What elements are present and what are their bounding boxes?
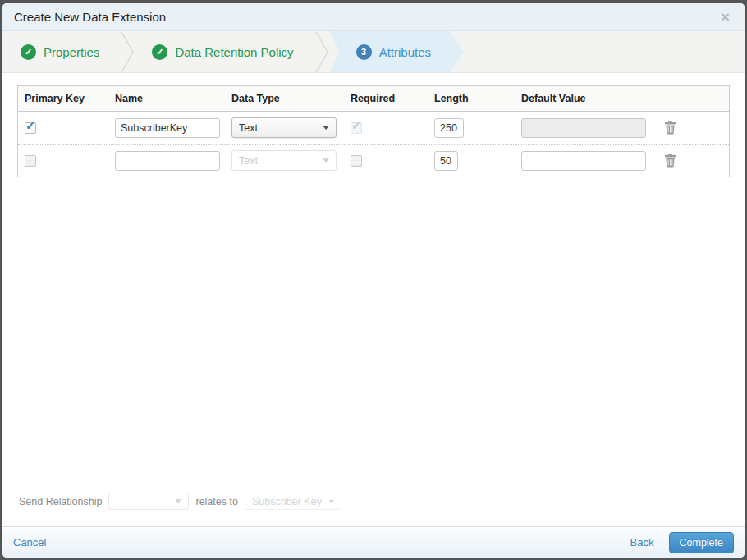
required-checkbox: ✓ [351,122,362,134]
check-icon: ✓ [351,118,362,133]
data-type-value: Text [239,155,258,167]
step-label: Properties [44,45,99,59]
data-type-select[interactable]: Text [231,117,337,138]
send-relationship-field-select [108,493,189,510]
attributes-table: Primary Key Name Data Type Required Leng… [17,85,730,177]
primary-key-checkbox[interactable] [25,155,36,167]
column-header-length: Length [428,86,515,111]
dialog-content: Primary Key Name Data Type Required Leng… [2,73,745,526]
column-header-actions [653,92,729,105]
table-row: ✓ Text ✓ [18,112,729,144]
step-separator-chevron [315,31,328,72]
step-attributes[interactable]: 3 Attributes [330,31,464,72]
dialog-footer: Cancel Back Complete [2,526,745,558]
length-input[interactable] [434,151,458,171]
column-header-required: Required [344,86,428,111]
wizard-step-bar: ✓ Properties ✓ Data Retention Policy 3 A… [2,31,745,73]
column-header-name: Name [108,86,225,111]
subscriber-key-select: Subscriber Key [245,493,341,510]
name-input[interactable] [115,151,220,171]
trash-icon[interactable] [664,154,676,168]
required-checkbox[interactable] [351,155,362,167]
caret-down-icon [323,158,329,163]
step-number-badge: 3 [356,44,372,60]
trash-icon[interactable] [664,121,676,135]
step-data-retention-policy[interactable]: ✓ Data Retention Policy [134,31,314,72]
caret-down-icon [329,500,334,503]
check-icon: ✓ [25,118,36,133]
table-header-row: Primary Key Name Data Type Required Leng… [18,86,729,112]
back-link[interactable]: Back [630,536,654,549]
dialog-title: Create New Data Extension [14,10,166,24]
dialog-titlebar: Create New Data Extension × [2,3,745,31]
data-type-value: Text [239,122,258,134]
step-label: Data Retention Policy [175,45,293,59]
caret-down-icon [175,499,181,503]
column-header-primary-key: Primary Key [18,86,108,111]
send-relationship-label: Send Relationship [19,496,102,507]
name-input[interactable] [115,118,220,138]
column-header-data-type: Data Type [225,86,344,111]
send-relationship-row: Send Relationship relates to Subscriber … [17,493,730,520]
step-separator-chevron [121,31,134,72]
create-data-extension-dialog: Create New Data Extension × ✓ Properties… [2,3,745,558]
check-icon: ✓ [21,44,36,60]
close-icon[interactable]: × [717,7,733,26]
table-row: Text [18,144,729,177]
column-header-default-value: Default Value [515,86,653,111]
subscriber-key-value: Subscriber Key [252,496,322,507]
default-value-input [521,118,646,138]
relates-to-label: relates to [195,496,237,507]
default-value-input[interactable] [521,151,646,171]
complete-button[interactable]: Complete [669,532,735,553]
caret-down-icon [323,126,329,130]
cancel-link[interactable]: Cancel [13,536,46,549]
step-properties[interactable]: ✓ Properties [2,31,121,72]
data-type-select: Text [231,150,337,171]
length-input[interactable] [434,118,464,138]
check-icon: ✓ [152,44,167,60]
primary-key-checkbox[interactable]: ✓ [25,122,36,134]
step-label: Attributes [379,45,431,59]
